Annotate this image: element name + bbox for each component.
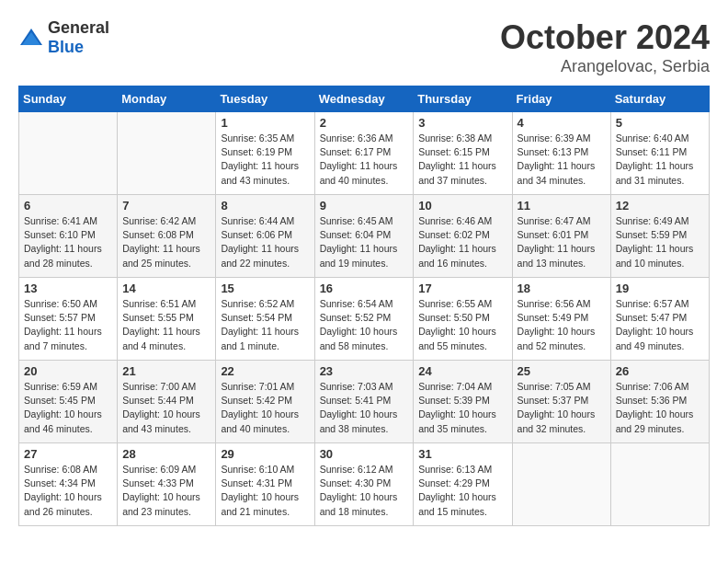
day-number: 30 bbox=[320, 447, 409, 461]
calendar-cell: 23Sunrise: 7:03 AM Sunset: 5:41 PM Dayli… bbox=[314, 361, 414, 443]
calendar-cell: 15Sunrise: 6:52 AM Sunset: 5:54 PM Dayli… bbox=[216, 278, 314, 361]
weekday-header-monday: Monday bbox=[118, 86, 216, 112]
day-number: 7 bbox=[122, 199, 210, 213]
day-info: Sunrise: 6:40 AM Sunset: 6:11 PM Dayligh… bbox=[616, 132, 704, 188]
calendar-cell: 20Sunrise: 6:59 AM Sunset: 5:45 PM Dayli… bbox=[19, 361, 118, 443]
calendar-cell bbox=[512, 443, 610, 526]
calendar-cell: 26Sunrise: 7:06 AM Sunset: 5:36 PM Dayli… bbox=[610, 361, 709, 443]
day-info: Sunrise: 6:51 AM Sunset: 5:55 PM Dayligh… bbox=[122, 297, 210, 353]
day-info: Sunrise: 6:49 AM Sunset: 5:59 PM Dayligh… bbox=[616, 214, 704, 270]
calendar-week-4: 20Sunrise: 6:59 AM Sunset: 5:45 PM Dayli… bbox=[19, 361, 710, 443]
day-info: Sunrise: 7:04 AM Sunset: 5:39 PM Dayligh… bbox=[418, 380, 506, 436]
weekday-header-wednesday: Wednesday bbox=[314, 86, 414, 112]
logo-blue: Blue bbox=[48, 38, 84, 56]
day-info: Sunrise: 7:06 AM Sunset: 5:36 PM Dayligh… bbox=[616, 380, 704, 436]
calendar-cell: 7Sunrise: 6:42 AM Sunset: 6:08 PM Daylig… bbox=[118, 195, 216, 278]
day-info: Sunrise: 6:09 AM Sunset: 4:33 PM Dayligh… bbox=[122, 463, 210, 519]
day-info: Sunrise: 6:41 AM Sunset: 6:10 PM Dayligh… bbox=[24, 214, 112, 270]
title-block: October 2024 Arangelovac, Serbia bbox=[500, 18, 710, 76]
calendar-cell: 4Sunrise: 6:39 AM Sunset: 6:13 PM Daylig… bbox=[512, 112, 610, 195]
day-number: 27 bbox=[24, 447, 112, 461]
calendar-cell bbox=[118, 112, 216, 195]
calendar-cell: 12Sunrise: 6:49 AM Sunset: 5:59 PM Dayli… bbox=[610, 195, 709, 278]
calendar-week-5: 27Sunrise: 6:08 AM Sunset: 4:34 PM Dayli… bbox=[19, 443, 710, 526]
calendar-cell: 31Sunrise: 6:13 AM Sunset: 4:29 PM Dayli… bbox=[414, 443, 512, 526]
day-info: Sunrise: 6:36 AM Sunset: 6:17 PM Dayligh… bbox=[320, 132, 409, 188]
weekday-header-thursday: Thursday bbox=[414, 86, 512, 112]
day-number: 8 bbox=[221, 199, 309, 213]
calendar-cell bbox=[19, 112, 118, 195]
calendar-table: SundayMondayTuesdayWednesdayThursdayFrid… bbox=[18, 86, 710, 526]
day-number: 19 bbox=[616, 282, 704, 295]
day-info: Sunrise: 6:54 AM Sunset: 5:52 PM Dayligh… bbox=[320, 297, 409, 353]
day-number: 9 bbox=[320, 199, 409, 213]
calendar-cell bbox=[610, 443, 709, 526]
calendar-cell: 14Sunrise: 6:51 AM Sunset: 5:55 PM Dayli… bbox=[118, 278, 216, 361]
calendar-cell: 22Sunrise: 7:01 AM Sunset: 5:42 PM Dayli… bbox=[216, 361, 314, 443]
calendar-cell: 27Sunrise: 6:08 AM Sunset: 4:34 PM Dayli… bbox=[19, 443, 118, 526]
day-info: Sunrise: 6:59 AM Sunset: 5:45 PM Dayligh… bbox=[24, 380, 112, 436]
day-number: 10 bbox=[418, 199, 506, 213]
weekday-header-tuesday: Tuesday bbox=[216, 86, 314, 112]
day-number: 5 bbox=[616, 116, 704, 130]
day-number: 2 bbox=[320, 116, 409, 130]
day-number: 3 bbox=[418, 116, 506, 130]
month-title: October 2024 bbox=[500, 18, 710, 57]
weekday-header-sunday: Sunday bbox=[19, 86, 118, 112]
day-number: 22 bbox=[221, 364, 309, 378]
calendar-cell: 9Sunrise: 6:45 AM Sunset: 6:04 PM Daylig… bbox=[314, 195, 414, 278]
day-number: 4 bbox=[518, 116, 606, 130]
day-number: 28 bbox=[122, 447, 210, 461]
logo: General Blue bbox=[18, 18, 109, 57]
calendar-cell: 11Sunrise: 6:47 AM Sunset: 6:01 PM Dayli… bbox=[512, 195, 610, 278]
calendar-cell: 25Sunrise: 7:05 AM Sunset: 5:37 PM Dayli… bbox=[512, 361, 610, 443]
day-number: 14 bbox=[122, 282, 210, 295]
calendar-cell: 30Sunrise: 6:12 AM Sunset: 4:30 PM Dayli… bbox=[314, 443, 414, 526]
calendar-cell: 28Sunrise: 6:09 AM Sunset: 4:33 PM Dayli… bbox=[118, 443, 216, 526]
day-number: 15 bbox=[221, 282, 309, 295]
day-info: Sunrise: 6:45 AM Sunset: 6:04 PM Dayligh… bbox=[320, 214, 409, 270]
day-info: Sunrise: 7:00 AM Sunset: 5:44 PM Dayligh… bbox=[122, 380, 210, 436]
calendar-week-2: 6Sunrise: 6:41 AM Sunset: 6:10 PM Daylig… bbox=[19, 195, 710, 278]
day-number: 20 bbox=[24, 364, 112, 378]
day-info: Sunrise: 6:55 AM Sunset: 5:50 PM Dayligh… bbox=[418, 297, 506, 353]
calendar-cell: 24Sunrise: 7:04 AM Sunset: 5:39 PM Dayli… bbox=[414, 361, 512, 443]
day-info: Sunrise: 6:12 AM Sunset: 4:30 PM Dayligh… bbox=[320, 463, 409, 519]
day-info: Sunrise: 6:35 AM Sunset: 6:19 PM Dayligh… bbox=[221, 132, 309, 188]
day-info: Sunrise: 6:57 AM Sunset: 5:47 PM Dayligh… bbox=[616, 297, 704, 353]
calendar-cell: 3Sunrise: 6:38 AM Sunset: 6:15 PM Daylig… bbox=[414, 112, 512, 195]
weekday-header-saturday: Saturday bbox=[610, 86, 709, 112]
day-info: Sunrise: 6:13 AM Sunset: 4:29 PM Dayligh… bbox=[418, 463, 506, 519]
day-number: 21 bbox=[122, 364, 210, 378]
calendar-cell: 1Sunrise: 6:35 AM Sunset: 6:19 PM Daylig… bbox=[216, 112, 314, 195]
calendar-cell: 6Sunrise: 6:41 AM Sunset: 6:10 PM Daylig… bbox=[19, 195, 118, 278]
day-number: 26 bbox=[616, 364, 704, 378]
day-number: 31 bbox=[418, 447, 506, 461]
calendar-cell: 13Sunrise: 6:50 AM Sunset: 5:57 PM Dayli… bbox=[19, 278, 118, 361]
calendar-cell: 19Sunrise: 6:57 AM Sunset: 5:47 PM Dayli… bbox=[610, 278, 709, 361]
day-number: 18 bbox=[518, 282, 606, 295]
day-number: 13 bbox=[24, 282, 112, 295]
calendar-cell: 17Sunrise: 6:55 AM Sunset: 5:50 PM Dayli… bbox=[414, 278, 512, 361]
calendar-cell: 10Sunrise: 6:46 AM Sunset: 6:02 PM Dayli… bbox=[414, 195, 512, 278]
day-number: 17 bbox=[418, 282, 506, 295]
day-info: Sunrise: 7:03 AM Sunset: 5:41 PM Dayligh… bbox=[320, 380, 409, 436]
day-info: Sunrise: 6:42 AM Sunset: 6:08 PM Dayligh… bbox=[122, 214, 210, 270]
day-number: 16 bbox=[320, 282, 409, 295]
weekday-header-friday: Friday bbox=[512, 86, 610, 112]
day-info: Sunrise: 7:01 AM Sunset: 5:42 PM Dayligh… bbox=[221, 380, 309, 436]
day-info: Sunrise: 6:46 AM Sunset: 6:02 PM Dayligh… bbox=[418, 214, 506, 270]
day-info: Sunrise: 6:38 AM Sunset: 6:15 PM Dayligh… bbox=[418, 132, 506, 188]
day-info: Sunrise: 6:50 AM Sunset: 5:57 PM Dayligh… bbox=[24, 297, 112, 353]
calendar-week-3: 13Sunrise: 6:50 AM Sunset: 5:57 PM Dayli… bbox=[19, 278, 710, 361]
day-number: 24 bbox=[418, 364, 506, 378]
calendar-cell: 29Sunrise: 6:10 AM Sunset: 4:31 PM Dayli… bbox=[216, 443, 314, 526]
calendar-cell: 21Sunrise: 7:00 AM Sunset: 5:44 PM Dayli… bbox=[118, 361, 216, 443]
day-number: 23 bbox=[320, 364, 409, 378]
calendar-cell: 8Sunrise: 6:44 AM Sunset: 6:06 PM Daylig… bbox=[216, 195, 314, 278]
day-info: Sunrise: 6:08 AM Sunset: 4:34 PM Dayligh… bbox=[24, 463, 112, 519]
day-number: 11 bbox=[518, 199, 606, 213]
page-header: General Blue October 2024 Arangelovac, S… bbox=[18, 18, 710, 76]
day-info: Sunrise: 6:10 AM Sunset: 4:31 PM Dayligh… bbox=[221, 463, 309, 519]
day-number: 1 bbox=[221, 116, 309, 130]
